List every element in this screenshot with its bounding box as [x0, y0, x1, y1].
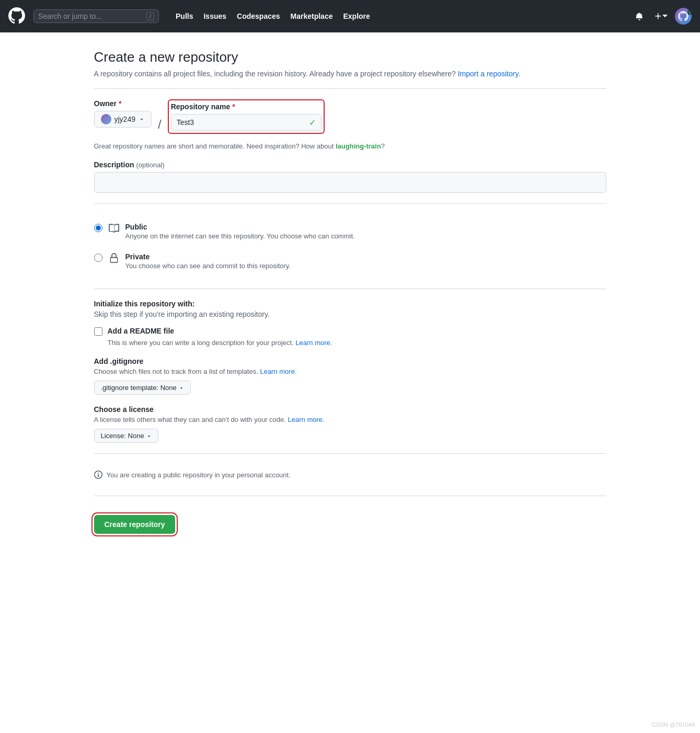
- private-content: Private You choose who can see and commi…: [125, 253, 291, 270]
- info-icon: [94, 471, 102, 479]
- license-dropdown[interactable]: License: None: [94, 429, 158, 443]
- readme-learn-more-link[interactable]: Learn more.: [295, 339, 332, 347]
- nav-issues[interactable]: Issues: [199, 9, 231, 24]
- owner-name: yjy249: [114, 115, 135, 123]
- gitignore-learn-more-link[interactable]: Learn more.: [260, 368, 296, 375]
- init-subtitle: Skip this step if you're importing an ex…: [94, 310, 606, 318]
- online-indicator: [687, 10, 692, 15]
- gitignore-title: Add .gitignore: [94, 357, 606, 365]
- chevron-down-icon: [139, 116, 145, 122]
- initialize-section: Initialize this repository with: Skip th…: [94, 300, 606, 347]
- private-radio[interactable]: [94, 254, 102, 262]
- private-desc: You choose who can see and commit to thi…: [125, 262, 291, 270]
- search-input[interactable]: [38, 12, 142, 20]
- description-label: Description (optional): [94, 161, 606, 169]
- search-bar[interactable]: /: [33, 9, 159, 23]
- main-content: Create a new repository A repository con…: [86, 32, 615, 567]
- owner-label: Owner *: [94, 99, 152, 108]
- owner-repo-row: Owner * yjy249 / Repository name *: [94, 99, 606, 134]
- license-desc: A license tells others what they can and…: [94, 416, 606, 423]
- private-option: Private You choose who can see and commi…: [94, 246, 606, 276]
- readme-checkbox[interactable]: [94, 327, 102, 336]
- repo-name-input[interactable]: [177, 118, 306, 127]
- owner-select[interactable]: yjy249: [94, 111, 152, 128]
- repo-name-label: Repository name *: [171, 102, 322, 111]
- description-input[interactable]: [94, 172, 606, 193]
- public-radio[interactable]: [94, 224, 102, 232]
- slash-kbd: /: [146, 12, 154, 20]
- repo-name-input-wrapper: ✓: [171, 114, 322, 131]
- page-subtitle: A repository contains all project files,…: [94, 70, 606, 78]
- owner-avatar: [101, 114, 111, 124]
- path-separator: /: [156, 117, 164, 132]
- license-learn-more-link[interactable]: Learn more.: [288, 416, 325, 423]
- create-repository-button[interactable]: Create repository: [94, 515, 176, 534]
- nav-pulls[interactable]: Pulls: [171, 9, 197, 24]
- license-divider: [94, 453, 606, 454]
- visibility-section: Public Anyone on the internet can see th…: [94, 216, 606, 276]
- public-content: Public Anyone on the internet can see th…: [125, 223, 355, 240]
- repo-name-group: Repository name * ✓: [168, 99, 325, 134]
- gitignore-desc: Choose which files not to track from a l…: [94, 368, 606, 375]
- repo-name-required: *: [232, 102, 235, 111]
- navbar-right: [632, 8, 692, 25]
- description-optional: (optional): [136, 161, 164, 169]
- create-btn-wrapper: Create repository: [94, 507, 606, 551]
- notification-button[interactable]: [632, 9, 647, 24]
- info-note: You are creating a public repository in …: [94, 464, 606, 485]
- github-logo[interactable]: [8, 7, 25, 26]
- license-section: Choose a license A license tells others …: [94, 405, 606, 443]
- gitignore-section: Add .gitignore Choose which files not to…: [94, 357, 606, 395]
- nav-marketplace[interactable]: Marketplace: [286, 9, 337, 24]
- private-title: Private: [125, 253, 291, 261]
- nav-explore[interactable]: Explore: [339, 9, 374, 24]
- public-desc: Anyone on the internet can see this repo…: [125, 232, 355, 240]
- gitignore-chevron-icon: [179, 385, 184, 391]
- info-note-text: You are creating a public repository in …: [107, 471, 291, 479]
- readme-desc: This is where you can write a long descr…: [108, 339, 606, 347]
- nav-links: Pulls Issues Codespaces Marketplace Expl…: [171, 9, 374, 24]
- nav-codespaces[interactable]: Codespaces: [233, 9, 284, 24]
- valid-checkmark-icon: ✓: [309, 118, 316, 128]
- license-chevron-icon: [146, 433, 152, 439]
- suggestion-text: Great repository names are short and mem…: [94, 142, 606, 150]
- owner-required: *: [119, 99, 121, 108]
- bottom-divider: [94, 496, 606, 496]
- init-title: Initialize this repository with:: [94, 300, 606, 308]
- readme-row: Add a README file: [94, 327, 606, 336]
- book-icon: [109, 223, 119, 235]
- import-repo-link[interactable]: Import a repository.: [458, 70, 521, 78]
- navbar: / Pulls Issues Codespaces Marketplace Ex…: [0, 0, 700, 32]
- desc-divider: [94, 203, 606, 204]
- owner-group: Owner * yjy249: [94, 99, 152, 128]
- header-divider: [94, 88, 606, 89]
- lock-icon: [109, 253, 119, 265]
- plus-button[interactable]: [651, 9, 671, 24]
- public-option: Public Anyone on the internet can see th…: [94, 216, 606, 246]
- description-section: Description (optional): [94, 161, 606, 193]
- public-title: Public: [125, 223, 355, 231]
- readme-label: Add a README file: [108, 327, 175, 335]
- gitignore-dropdown[interactable]: .gitignore template: None: [94, 381, 191, 395]
- visibility-divider: [94, 289, 606, 289]
- suggestion-link[interactable]: laughing-train: [336, 142, 381, 150]
- page-title: Create a new repository: [94, 49, 606, 65]
- license-title: Choose a license: [94, 405, 606, 414]
